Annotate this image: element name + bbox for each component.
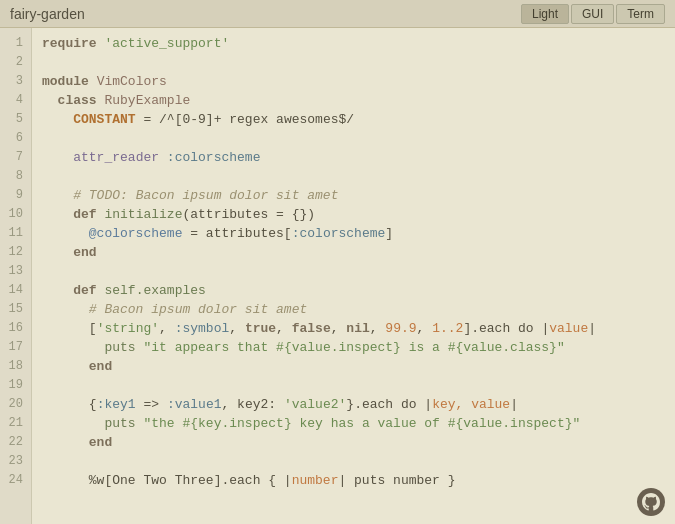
header-buttons: Light GUI Term [521, 4, 665, 24]
code-line-12: end [42, 245, 97, 260]
line-num-21: 21 [0, 414, 31, 433]
line-num-14: 14 [0, 281, 31, 300]
line-num-8: 8 [0, 167, 31, 186]
line-num-23: 23 [0, 452, 31, 471]
gui-button[interactable]: GUI [571, 4, 614, 24]
github-svg [642, 493, 660, 511]
line-num-6: 6 [0, 129, 31, 148]
code-line-18: end [42, 359, 112, 374]
app-title: fairy-garden [10, 6, 85, 22]
line-num-16: 16 [0, 319, 31, 338]
code-line-9: # TODO: Bacon ipsum dolor sit amet [42, 188, 338, 203]
code-line-17: puts "it appears that #{value.inspect} i… [42, 340, 565, 355]
code-line-22: end [42, 435, 112, 450]
code-line-4: class RubyExample [42, 93, 190, 108]
line-num-24: 24 [0, 471, 31, 490]
line-num-10: 10 [0, 205, 31, 224]
code-line-7: attr_reader :colorscheme [42, 150, 260, 165]
line-num-17: 17 [0, 338, 31, 357]
line-num-3: 3 [0, 72, 31, 91]
code-line-23 [42, 454, 50, 469]
line-num-7: 7 [0, 148, 31, 167]
line-num-13: 13 [0, 262, 31, 281]
code-line-24: %w[One Two Three].each { |number| puts n… [42, 473, 456, 488]
code-line-21: puts "the #{key.inspect} key has a value… [42, 416, 580, 431]
line-num-9: 9 [0, 186, 31, 205]
code-content[interactable]: require 'active_support' module VimColor… [32, 28, 675, 524]
line-num-20: 20 [0, 395, 31, 414]
code-line-20: {:key1 => :value1, key2: 'value2'}.each … [42, 397, 518, 412]
light-button[interactable]: Light [521, 4, 569, 24]
line-num-19: 19 [0, 376, 31, 395]
line-num-12: 12 [0, 243, 31, 262]
code-line-13 [42, 264, 50, 279]
line-num-15: 15 [0, 300, 31, 319]
code-line-2 [42, 55, 50, 70]
term-button[interactable]: Term [616, 4, 665, 24]
code-line-19 [42, 378, 50, 393]
code-line-15: # Bacon ipsum dolor sit amet [42, 302, 307, 317]
code-line-10: def initialize(attributes = {}) [42, 207, 315, 222]
header: fairy-garden Light GUI Term [0, 0, 675, 28]
code-line-11: @colorscheme = attributes[:colorscheme] [42, 226, 393, 241]
line-num-4: 4 [0, 91, 31, 110]
github-icon[interactable] [637, 488, 665, 516]
code-line-14: def self.examples [42, 283, 206, 298]
code-line-5: CONSTANT = /^[0-9]+ regex awesomes$/ [42, 112, 354, 127]
code-line-3: module VimColors [42, 74, 167, 89]
code-line-8 [42, 169, 50, 184]
line-num-5: 5 [0, 110, 31, 129]
line-num-11: 11 [0, 224, 31, 243]
line-num-18: 18 [0, 357, 31, 376]
code-line-1: require 'active_support' [42, 36, 229, 51]
line-numbers: 1 2 3 4 5 6 7 8 9 10 11 12 13 14 15 16 1… [0, 28, 32, 524]
line-num-22: 22 [0, 433, 31, 452]
code-line-6 [42, 131, 50, 146]
code-line-16: ['string', :symbol, true, false, nil, 99… [42, 321, 596, 336]
line-num-1: 1 [0, 34, 31, 53]
code-area: 1 2 3 4 5 6 7 8 9 10 11 12 13 14 15 16 1… [0, 28, 675, 524]
line-num-2: 2 [0, 53, 31, 72]
